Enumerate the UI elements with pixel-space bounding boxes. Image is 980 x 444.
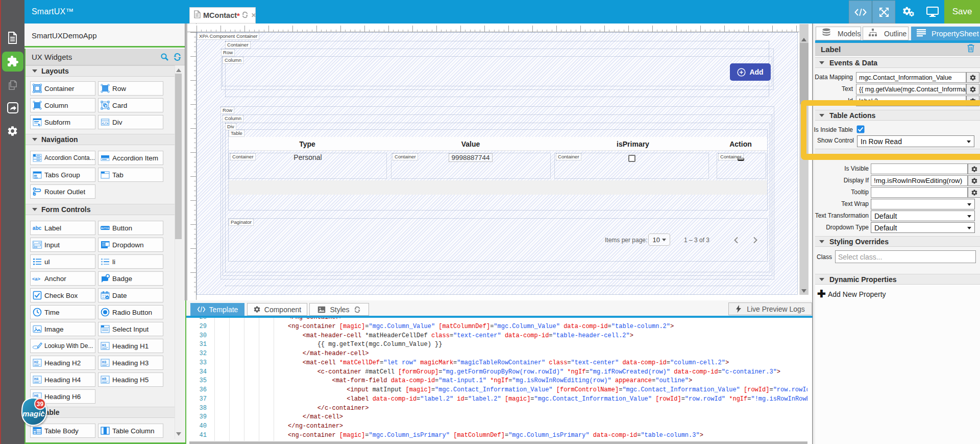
svg-text:H1: H1 [102,343,107,347]
svg-text:H3: H3 [102,360,107,364]
svg-text:<a>: <a> [32,276,40,282]
svg-text:H4: H4 [34,377,39,381]
svg-text:magic: magic [22,409,45,418]
svg-text:</>: </> [102,122,109,126]
svg-text:H2: H2 [34,360,39,364]
svg-text:abc: abc [33,225,42,231]
svg-text:H5: H5 [102,377,107,381]
svg-text:BUTTON: BUTTON [101,227,110,229]
